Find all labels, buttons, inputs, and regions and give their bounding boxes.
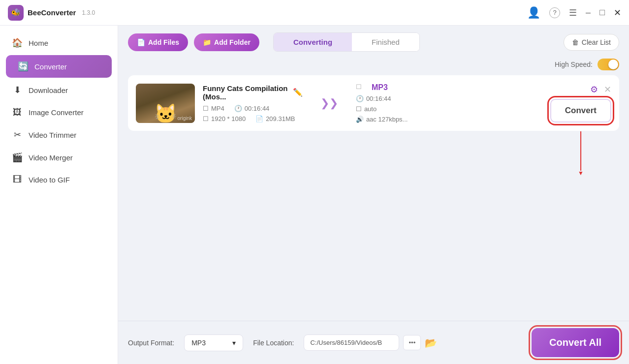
window-controls: 👤 ? ☰ – □ ✕: [527, 6, 621, 19]
sidebar-item-downloader[interactable]: ⬇ Downloader: [0, 79, 118, 101]
file-location-label: File Location:: [253, 339, 294, 347]
tab-group: Converting Finished: [273, 32, 420, 52]
maximize-button[interactable]: □: [599, 7, 605, 18]
add-folder-button[interactable]: 📁 Add Folder: [194, 33, 259, 51]
file-actions: ⚙ ✕: [590, 84, 611, 95]
file-name: Funny Cats Compilation (Mos... ✏️: [203, 84, 303, 101]
output-duration: 🕐 00:16:44: [356, 95, 435, 102]
tab-converting[interactable]: Converting: [274, 33, 352, 51]
format-select-value: MP3: [191, 339, 206, 347]
sidebar-item-video-to-gif[interactable]: 🎞 Video to GIF: [0, 169, 118, 191]
sidebar-label-video-trimmer: Video Trimmer: [29, 131, 76, 139]
add-files-button[interactable]: 📄 Add Files: [128, 33, 188, 51]
speaker-icon: 🔊: [356, 116, 364, 123]
edit-filename-icon[interactable]: ✏️: [293, 88, 303, 97]
sidebar-item-video-trimmer[interactable]: ✂ Video Trimmer: [0, 123, 118, 146]
chevron-down-icon: ▾: [232, 339, 236, 347]
duration-value: 00:16:44: [245, 105, 270, 112]
add-folder-icon: 📁: [203, 38, 211, 46]
sidebar-label-converter: Converter: [34, 62, 67, 71]
meta-duration: 🕐 00:16:44: [234, 105, 270, 112]
file-info: Funny Cats Compilation (Mos... ✏️ ☐ MP4 …: [203, 84, 303, 122]
image-converter-icon: 🖼: [12, 107, 23, 118]
main-layout: 🏠 Home 🔄 Converter ⬇ Downloader 🖼 Image …: [0, 26, 629, 364]
output-info: ☐ MP3 🕐 00:16:44 ☐ auto 🔊 aac 127kbps...: [356, 83, 435, 123]
add-folder-label: Add Folder: [214, 38, 251, 46]
annotation-arrow-up: ▼: [578, 131, 584, 177]
app-logo: 🐝: [8, 5, 24, 21]
file-thumbnail: 🐱 origink: [136, 84, 195, 123]
sidebar-item-converter[interactable]: 🔄 Converter: [6, 55, 112, 78]
bee-icon: 🐝: [11, 8, 21, 17]
output-format-icon: ☐: [356, 83, 362, 92]
menu-icon[interactable]: ☰: [569, 7, 577, 18]
help-icon[interactable]: ?: [549, 7, 560, 18]
user-icon[interactable]: 👤: [527, 6, 540, 19]
bottom-bar: Output Format: MP3 ▾ File Location: ••• …: [118, 321, 629, 364]
sidebar-label-downloader: Downloader: [29, 86, 68, 94]
output-format-icon2: ☐: [356, 105, 362, 113]
downloader-icon: ⬇: [12, 85, 23, 95]
toggle-knob: [608, 60, 618, 69]
sidebar-label-home: Home: [29, 39, 48, 47]
app-branding: 🐝 BeeConverter 1.3.0: [8, 5, 95, 21]
file-meta-input: ☐ MP4 🕐 00:16:44: [203, 105, 303, 112]
file-location-row: ••• 📂: [304, 334, 437, 351]
sidebar-label-video-to-gif: Video to GIF: [29, 176, 70, 184]
file-meta-specs: ☐ 1920 * 1080 📄 209.31MB: [203, 115, 303, 122]
video-trimmer-icon: ✂: [12, 129, 23, 140]
file-size-value: 209.31MB: [266, 115, 295, 122]
resolution-icon: ☐: [203, 115, 209, 122]
resolution-value: 1920 * 1080: [211, 115, 246, 122]
speed-label: High Speed:: [555, 61, 593, 68]
output-duration-value: 00:16:44: [366, 95, 391, 102]
sidebar-item-home[interactable]: 🏠 Home: [0, 31, 118, 54]
output-quality-value: auto: [364, 105, 377, 113]
file-location-input[interactable]: [304, 334, 399, 351]
sidebar-item-image-converter[interactable]: 🖼 Image Converter: [0, 101, 118, 123]
app-version: 1.3.0: [82, 9, 95, 16]
output-quality: ☐ auto: [356, 105, 435, 113]
output-format-row: ☐ MP3: [356, 83, 435, 92]
clock-icon: 🕐: [234, 105, 242, 112]
clear-list-label: Clear List: [582, 38, 611, 46]
output-bitrate: 🔊 aac 127kbps...: [356, 116, 435, 123]
format-select[interactable]: MP3 ▾: [184, 334, 243, 351]
high-speed-toggle[interactable]: [598, 59, 619, 70]
settings-icon[interactable]: ⚙: [590, 84, 598, 95]
app-name: BeeConverter: [28, 8, 76, 17]
format-icon: ☐: [203, 105, 209, 112]
trash-icon: 🗑: [572, 38, 579, 46]
convert-area: ⚙ ✕ Convert ▼: [550, 84, 611, 122]
minimize-button[interactable]: –: [586, 7, 591, 18]
convert-button[interactable]: Convert: [550, 99, 611, 122]
file-size-icon: 📄: [255, 115, 263, 122]
meta-format: ☐ MP4: [203, 105, 224, 112]
output-format-value: MP3: [372, 83, 388, 92]
convert-all-button[interactable]: Convert All: [532, 328, 619, 357]
delete-icon[interactable]: ✕: [604, 84, 611, 95]
file-item: 🐱 origink Funny Cats Compilation (Mos...…: [128, 75, 619, 131]
sidebar-label-image-converter: Image Converter: [29, 108, 84, 117]
conversion-arrow: ❯❯: [311, 97, 348, 110]
format-value: MP4: [211, 105, 224, 112]
meta-size: 📄 209.31MB: [255, 115, 295, 122]
output-clock-icon: 🕐: [356, 95, 364, 102]
clear-list-button[interactable]: 🗑 Clear List: [564, 34, 619, 51]
output-format-label: Output Format:: [128, 339, 174, 347]
home-icon: 🏠: [12, 37, 23, 48]
video-merger-icon: 🎬: [12, 152, 23, 163]
add-files-label: Add Files: [148, 38, 179, 46]
sidebar-item-video-merger[interactable]: 🎬 Video Merger: [0, 146, 118, 169]
add-files-icon: 📄: [137, 38, 145, 46]
content-area: 📄 Add Files 📁 Add Folder Converting Fini…: [118, 26, 629, 364]
topbar: 📄 Add Files 📁 Add Folder Converting Fini…: [118, 26, 629, 59]
tab-finished[interactable]: Finished: [352, 33, 419, 51]
arrow-icon: ❯❯: [320, 97, 338, 110]
more-options-button[interactable]: •••: [403, 335, 421, 350]
close-button[interactable]: ✕: [614, 7, 621, 18]
file-name-text: Funny Cats Compilation (Mos...: [203, 84, 289, 101]
title-bar: 🐝 BeeConverter 1.3.0 👤 ? ☰ – □ ✕: [0, 0, 629, 26]
video-to-gif-icon: 🎞: [12, 175, 23, 185]
folder-open-icon[interactable]: 📂: [425, 337, 437, 349]
